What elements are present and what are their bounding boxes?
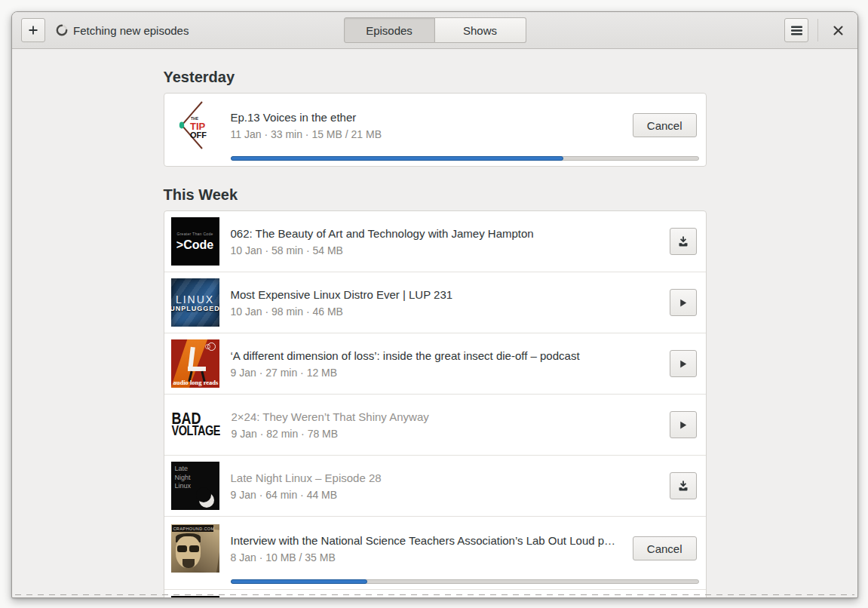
cover-text-main: VOLTAGE: [172, 424, 220, 438]
podcast-cover-lnl: LateNightLinux: [171, 462, 219, 510]
plus-icon: [28, 25, 38, 35]
cover-text-main: audio long reads: [173, 379, 219, 386]
download-button[interactable]: [670, 228, 697, 255]
download-button[interactable]: [670, 472, 697, 499]
close-icon: [833, 26, 843, 35]
episode-text: 2×24: They Weren’t That Shiny Anyway9 Ja…: [232, 410, 658, 440]
cover-text-main: CRAPHOUND.COM: [172, 525, 213, 532]
episode-row: THETIPOFFEp.13 Voices in the ether11 Jan…: [164, 94, 706, 166]
cover-text-main: Late: [175, 465, 219, 474]
podcast-cover-lup: LINUXUNPLUGGED: [171, 278, 219, 327]
add-podcast-button[interactable]: [21, 18, 45, 42]
cover-graphic: [177, 545, 199, 552]
cover-text-main: LINUX: [176, 293, 214, 306]
episode-title: Ep.13 Voices in the ether: [231, 111, 621, 124]
section-title: Yesterday: [164, 69, 707, 86]
close-button[interactable]: [827, 20, 848, 41]
headerbar: Fetching new episodes Episodes Shows: [12, 12, 857, 49]
cover-graphic: [177, 545, 187, 552]
cover-graphic: [189, 545, 199, 552]
episode-text: Late Night Linux – Episode 289 Jan · 64 …: [231, 471, 658, 501]
episode-row: LINUXUNPLUGGEDMost Expensive Linux Distr…: [164, 272, 706, 333]
download-icon: [677, 235, 689, 247]
moon-graphic: [199, 493, 214, 508]
episode-meta: 11 Jan · 33 min · 15 MB / 21 MB: [231, 128, 621, 140]
podcast-cover-craphound: CRAPHOUND.COM: [171, 524, 219, 573]
cover-graphic: [205, 344, 210, 349]
loading-spinner-icon: [56, 24, 68, 36]
episode-title: ‘A different dimension of loss’: inside …: [231, 349, 658, 362]
episode-row: LateNightLinuxLate Night Linux – Episode…: [164, 455, 706, 516]
episode-row: BADVOLTAGE2×24: They Weren’t That Shiny …: [164, 394, 706, 455]
episode-title: Interview with the National Science Teac…: [231, 534, 621, 547]
play-button[interactable]: [670, 350, 697, 377]
play-button[interactable]: [670, 411, 697, 438]
episode-row: Greater Than Code>Code062: The Beauty of…: [164, 211, 706, 272]
cancel-download-button[interactable]: Cancel: [633, 536, 697, 560]
episode-text: ‘A different dimension of loss’: inside …: [231, 349, 658, 379]
podcast-cover-tipoff: THETIPOFF: [171, 101, 219, 149]
episode-row: CRAPHOUND.COMInterview with the National…: [164, 516, 706, 589]
download-icon: [677, 480, 689, 492]
podcast-cover-bv: BADVOLTAGE: [171, 401, 220, 449]
play-icon: [677, 297, 689, 309]
podcast-cover-irl: ≫IRL: [171, 596, 219, 597]
tipoff-cover-graphic: THETIPOFF: [171, 101, 219, 149]
episode-card: Greater Than Code>Code062: The Beauty of…: [164, 210, 707, 597]
podcast-cover-alr: audio long reads: [171, 339, 219, 388]
headerbar-right: [784, 18, 848, 42]
svg-text:OFF: OFF: [190, 131, 207, 140]
episode-meta: 8 Jan · 10 MB / 35 MB: [231, 551, 621, 563]
cover-text-sub: UNPLUGGED: [171, 305, 219, 312]
episode-meta: 9 Jan · 64 min · 44 MB: [231, 489, 658, 501]
play-icon: [677, 358, 689, 370]
moon-graphic: [196, 487, 211, 502]
app-window: Fetching new episodes Episodes Shows Y: [11, 11, 858, 598]
episode-row: audio long reads‘A different dimension o…: [164, 333, 706, 394]
episode-text: 062: The Beauty of Art and Technology wi…: [231, 227, 658, 256]
play-button[interactable]: [670, 289, 697, 316]
view-switcher: Episodes Shows: [344, 17, 526, 43]
menu-button[interactable]: [784, 18, 808, 42]
hamburger-icon: [791, 26, 802, 35]
download-progress-fill: [231, 156, 563, 161]
tab-shows[interactable]: Shows: [435, 17, 526, 43]
cover-text-small: Greater Than Code: [176, 232, 213, 236]
episode-text: Ep.13 Voices in the ether11 Jan · 33 min…: [231, 111, 621, 140]
episodes-view: YesterdayTHETIPOFFEp.13 Voices in the et…: [12, 49, 857, 597]
download-progressbar: [231, 156, 699, 161]
download-progressbar: [231, 579, 699, 584]
cover-text-main: >Code: [176, 238, 213, 252]
sections: YesterdayTHETIPOFFEp.13 Voices in the et…: [164, 69, 707, 597]
status-text: Fetching new episodes: [73, 24, 189, 37]
episode-meta: 9 Jan · 82 min · 78 MB: [232, 428, 658, 440]
episode-text: Interview with the National Science Teac…: [231, 534, 621, 563]
episode-row: ≫IRLBot or Not: [164, 589, 706, 597]
episode-meta: 10 Jan · 98 min · 46 MB: [231, 306, 658, 318]
headerbar-separator: [817, 19, 818, 41]
scroll-undershoot-indicator: [15, 594, 854, 595]
cancel-download-button[interactable]: Cancel: [633, 113, 697, 137]
headerbar-left: Fetching new episodes: [21, 18, 189, 42]
cover-graphic: [182, 559, 195, 568]
episode-meta: 9 Jan · 27 min · 12 MB: [231, 367, 658, 379]
podcast-cover-gtc: Greater Than Code>Code: [171, 217, 219, 266]
cover-text-main: Night: [175, 474, 219, 483]
play-icon: [677, 419, 689, 431]
tab-episodes[interactable]: Episodes: [344, 17, 435, 43]
episode-meta: 10 Jan · 58 min · 54 MB: [231, 244, 658, 256]
episode-title: Late Night Linux – Episode 28: [231, 471, 658, 484]
episode-card: THETIPOFFEp.13 Voices in the ether11 Jan…: [164, 93, 707, 167]
episode-text: Most Expensive Linux Distro Ever | LUP 2…: [231, 288, 658, 318]
download-progress-fill: [231, 579, 368, 584]
episode-title: 062: The Beauty of Art and Technology wi…: [231, 227, 658, 240]
episode-title: 2×24: They Weren’t That Shiny Anyway: [232, 410, 658, 423]
episode-title: Most Expensive Linux Distro Ever | LUP 2…: [231, 288, 658, 301]
section-title: This Week: [164, 186, 707, 204]
